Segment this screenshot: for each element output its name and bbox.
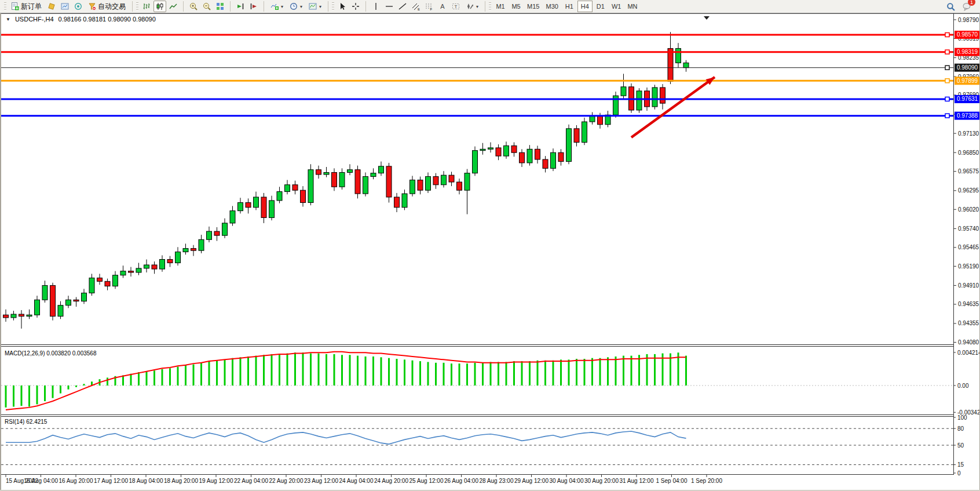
price-tag-label: 0.98319 xyxy=(957,49,978,55)
level-handle[interactable] xyxy=(945,79,949,83)
price-tick-label: 0.96850 xyxy=(958,150,979,156)
bar-chart-button[interactable] xyxy=(140,1,153,12)
data-window-icon xyxy=(61,2,69,10)
price-tick-label: 0.94355 xyxy=(958,320,979,326)
level-handle[interactable] xyxy=(945,114,949,118)
bear-candle xyxy=(496,148,501,156)
toolbar-group-chart-type xyxy=(134,0,181,13)
candlestick-chart-icon xyxy=(156,2,164,10)
timeframe-m1[interactable]: M1 xyxy=(493,1,508,12)
text-button[interactable]: A xyxy=(436,1,449,12)
text-label-button[interactable]: T xyxy=(449,1,462,12)
autotrading-button[interactable]: 自动交易 xyxy=(85,1,129,12)
tile-windows-button[interactable] xyxy=(214,1,226,12)
time-tick-label: 18 Aug 04:00 xyxy=(129,478,163,484)
macd-histogram-bar xyxy=(138,372,140,385)
macd-histogram-bar xyxy=(83,384,85,385)
trendline-button[interactable] xyxy=(396,1,409,12)
macd-histogram-bar xyxy=(44,385,46,401)
macd-histogram-bar xyxy=(443,363,445,385)
timeframe-h1[interactable]: H1 xyxy=(562,1,577,12)
chart-canvas[interactable]: 0.987900.985150.982350.979600.976900.974… xyxy=(1,13,979,490)
timeframe-m30[interactable]: M30 xyxy=(543,1,561,12)
autotrading-icon xyxy=(88,2,96,10)
signals-icon xyxy=(74,2,82,10)
toolbar-right: 1 xyxy=(944,1,978,12)
arrows-icon xyxy=(466,2,474,10)
market-watch-button[interactable] xyxy=(45,1,58,12)
macd-histogram-bar xyxy=(560,359,562,385)
arrows-button[interactable]: ▾ xyxy=(463,1,481,12)
level-handle[interactable] xyxy=(945,66,949,70)
timeframe-m15[interactable]: M15 xyxy=(524,1,542,12)
collapse-triangle-icon[interactable]: ▼ xyxy=(6,17,10,22)
fibonacci-button[interactable]: F xyxy=(423,1,436,12)
bear-candle xyxy=(261,197,266,217)
macd-histogram-bar xyxy=(654,354,656,385)
new-order-button[interactable]: 新订单 xyxy=(8,1,45,12)
macd-histogram-bar xyxy=(122,375,124,385)
toolbar-separator xyxy=(365,1,366,12)
vertical-line-button[interactable] xyxy=(370,1,382,12)
macd-histogram-bar xyxy=(576,359,577,385)
rsi-indicator-label: RSI(14) 62.4215 xyxy=(5,419,47,425)
macd-histogram-bar xyxy=(490,362,492,385)
cursor-icon xyxy=(338,2,346,10)
signals-button[interactable] xyxy=(72,1,85,12)
chart-window[interactable]: 0.987900.985150.982350.979600.976900.974… xyxy=(0,13,980,490)
zoom-out-button[interactable] xyxy=(200,1,213,12)
toolbar-separator xyxy=(132,1,133,12)
bear-candle xyxy=(394,197,400,208)
cursor-button[interactable] xyxy=(336,1,349,12)
macd-histogram-bar xyxy=(537,361,539,385)
timeframe-mn[interactable]: MN xyxy=(624,1,640,12)
periods-button[interactable]: ▾ xyxy=(287,1,305,12)
search-button[interactable] xyxy=(944,1,957,12)
rsi-axis-label: 15 xyxy=(957,461,964,468)
horizontal-line-icon xyxy=(385,2,393,10)
zoom-in-button[interactable] xyxy=(187,1,200,12)
notification-badge: 1 xyxy=(968,0,975,6)
dropdown-caret-icon: ▾ xyxy=(319,4,321,9)
auto-scroll-icon xyxy=(236,2,244,10)
crosshair-button[interactable] xyxy=(349,1,362,12)
timeframe-m5[interactable]: M5 xyxy=(509,1,524,12)
line-chart-button[interactable] xyxy=(167,1,180,12)
macd-histogram-bar xyxy=(381,357,382,385)
level-handle[interactable] xyxy=(945,50,949,54)
macd-histogram-bar xyxy=(21,385,23,406)
templates-button[interactable]: ▾ xyxy=(306,1,324,12)
timeframe-h4[interactable]: H4 xyxy=(577,1,593,12)
bull-candle xyxy=(410,180,415,194)
bull-candle xyxy=(621,87,626,96)
toolbar-separator xyxy=(264,1,264,12)
macd-histogram-bar xyxy=(498,362,499,385)
level-handle[interactable] xyxy=(945,32,949,37)
equidistant-channel-button[interactable]: E xyxy=(409,1,422,12)
price-tick-label: 0.96020 xyxy=(958,206,979,213)
bull-candle xyxy=(504,146,509,156)
horizontal-line-button[interactable] xyxy=(383,1,396,12)
bull-candle xyxy=(183,249,188,252)
auto-scroll-button[interactable] xyxy=(234,1,247,12)
macd-histogram-bar xyxy=(459,363,460,385)
bull-candle xyxy=(441,175,447,185)
chart-shift-button[interactable] xyxy=(247,1,260,12)
candlestick-chart-button[interactable] xyxy=(153,1,166,12)
chart-background xyxy=(1,13,979,490)
svg-text:F: F xyxy=(430,8,433,10)
timeframe-w1[interactable]: W1 xyxy=(609,1,624,12)
macd-histogram-bar xyxy=(599,358,601,385)
bull-candle xyxy=(379,166,384,173)
notifications-button[interactable]: 1 xyxy=(960,1,973,12)
add-indicator-button[interactable]: ▾ xyxy=(268,1,286,12)
chart-symbol-period: USDCHF-,H4 xyxy=(15,16,54,23)
price-tick-label: 0.95190 xyxy=(958,263,979,270)
macd-histogram-bar xyxy=(162,369,163,385)
timeframe-d1[interactable]: D1 xyxy=(593,1,608,12)
macd-histogram-bar xyxy=(28,385,30,407)
data-window-button[interactable] xyxy=(58,1,71,12)
time-tick-label: 30 Aug 04:00 xyxy=(550,478,584,484)
level-handle[interactable] xyxy=(945,97,949,101)
macd-histogram-bar xyxy=(419,361,421,385)
